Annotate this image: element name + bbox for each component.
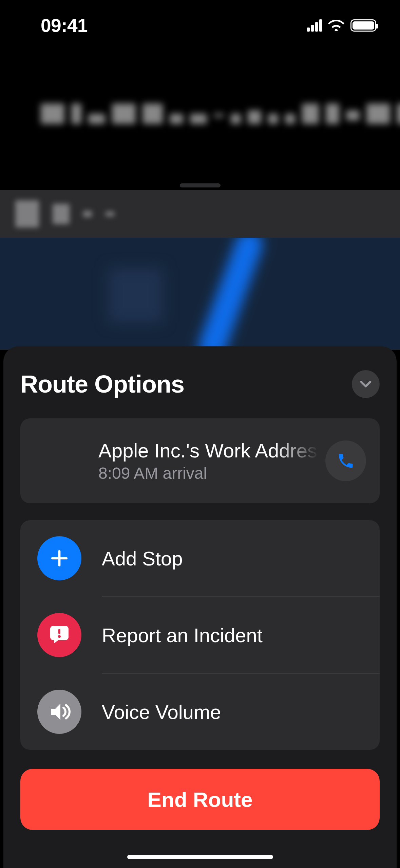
report-icon — [37, 613, 81, 657]
collapse-button[interactable] — [352, 370, 380, 398]
report-incident-label: Report an Incident — [102, 624, 263, 647]
sheet-title: Route Options — [20, 370, 184, 398]
speaker-icon — [37, 690, 81, 734]
destination-title: Apple Inc.'s Work Address — [98, 439, 319, 462]
add-stop-row[interactable]: Add Stop — [20, 520, 380, 596]
add-stop-label: Add Stop — [102, 547, 183, 570]
route-options-sheet: Route Options Apple Inc.'s Work Address … — [3, 346, 397, 868]
status-indicators — [307, 19, 376, 32]
destination-card[interactable]: Apple Inc.'s Work Address 8:09 AM arriva… — [20, 418, 380, 503]
direction-text-obscured — [41, 100, 400, 124]
options-list: Add Stop Report an Incident — [20, 520, 380, 750]
route-line — [195, 238, 267, 350]
map-background[interactable] — [0, 238, 400, 350]
next-turn-icon — [15, 200, 39, 228]
voice-volume-label: Voice Volume — [102, 701, 221, 723]
battery-icon — [350, 19, 376, 32]
chevron-down-icon — [359, 377, 373, 391]
cellular-icon — [307, 19, 322, 32]
plus-icon — [37, 536, 81, 580]
end-route-button[interactable]: End Route — [20, 769, 380, 830]
report-incident-row[interactable]: Report an Incident — [20, 597, 380, 673]
destination-arrival-time: 8:09 AM arrival — [98, 464, 319, 483]
call-button[interactable] — [325, 440, 366, 481]
svg-rect-2 — [58, 629, 60, 634]
end-route-label: End Route — [148, 788, 253, 812]
home-indicator[interactable] — [127, 855, 273, 859]
banner-grabber[interactable] — [180, 183, 221, 187]
phone-icon — [337, 452, 355, 470]
status-bar: 09:41 — [0, 0, 400, 51]
svg-point-3 — [58, 635, 61, 638]
navigation-next-step-strip — [0, 190, 400, 238]
navigation-direction-banner — [0, 83, 400, 141]
wifi-icon — [328, 20, 344, 31]
voice-volume-row[interactable]: Voice Volume — [20, 674, 380, 750]
status-time: 09:41 — [41, 15, 88, 36]
